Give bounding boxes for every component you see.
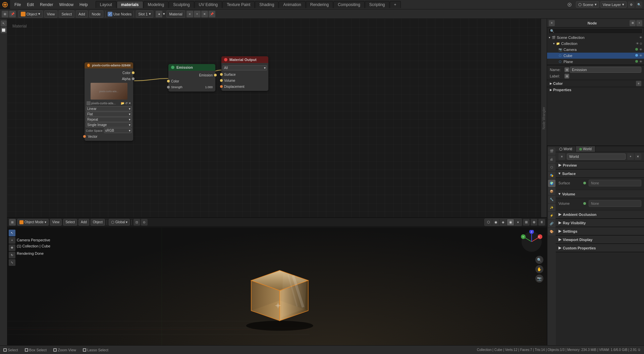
view-layer-selector[interactable]: View Layer ▾ [600, 1, 627, 8]
tab-sculpting[interactable]: Sculpting [169, 1, 194, 8]
node-editor-canvas[interactable]: Material pixels-curtis-adams-3284980.jpg [7, 19, 541, 217]
zoom-in-icon[interactable]: 🔍 [535, 256, 543, 264]
outliner-add-icon[interactable]: + [636, 20, 642, 26]
img-open-icon[interactable]: 📂 [121, 102, 124, 105]
view-btn[interactable]: View [44, 10, 58, 18]
ao-section-title[interactable]: ▶ Ambient Occlusion [556, 211, 644, 219]
engine-settings-icon[interactable]: ⚙ [628, 1, 635, 8]
source-select[interactable]: Single Image ▾ [86, 122, 132, 127]
scale-tool[interactable]: ⤡ [9, 259, 15, 266]
surface-section-title[interactable]: ▾ Surface [556, 170, 644, 178]
constraints-tab[interactable]: 🔗 [548, 220, 555, 227]
search-icon[interactable]: 🔍 [636, 1, 642, 8]
color-menu-icon[interactable]: ≡ [636, 81, 641, 86]
tab-layout[interactable]: Layout [96, 1, 116, 8]
overlay-icon[interactable]: ⊞ [523, 219, 530, 226]
tab-compositing[interactable]: Compositing [333, 1, 365, 8]
material-output-node[interactable]: Material Output All ▾ Surface [221, 56, 268, 91]
select-tool[interactable]: ↖ [9, 230, 15, 236]
rotate-tool[interactable]: ↻ [9, 252, 15, 258]
shading-options-icon[interactable]: ▾ [515, 219, 521, 225]
cube-eye-icon[interactable]: 👁 [639, 54, 642, 57]
tab-materials[interactable]: materials [117, 1, 143, 8]
name-value[interactable]: Emission [570, 67, 641, 73]
object-mode-dropdown[interactable]: Object Mode ▾ [17, 219, 49, 226]
scene-coll-eye-icon[interactable]: 👁 [639, 36, 642, 39]
menu-window[interactable]: Window [56, 2, 76, 8]
tab-add[interactable]: + [390, 1, 401, 8]
wireframe-mode-icon[interactable]: ⬡ [485, 219, 492, 225]
scene-sw-tab[interactable]: World [556, 146, 576, 152]
tab-animation[interactable]: Animation [279, 1, 305, 8]
extension-select[interactable]: Repeat ▾ [86, 117, 132, 122]
vp-view-btn[interactable]: View [50, 219, 62, 226]
preview-section-title[interactable]: ▶ Preview [556, 161, 644, 169]
settings-section-title[interactable]: ▶ Settings [556, 227, 644, 235]
editor-type-icon[interactable]: ⊞ [2, 11, 8, 17]
vp-add-btn[interactable]: Add [78, 219, 89, 226]
ray-section-title[interactable]: ▶ Ray Visibility [556, 219, 644, 227]
viewport-render-pause-icon[interactable]: ⏸ [538, 219, 545, 226]
vp-object-btn[interactable]: Object [91, 219, 105, 226]
collection-eye-icon[interactable]: 👁 [636, 42, 639, 45]
tab-rendering[interactable]: Rendering [306, 1, 333, 8]
tab-texture-paint[interactable]: Texture Paint [222, 1, 255, 8]
editor-pin-icon[interactable]: 📌 [9, 11, 16, 17]
colorspace-select[interactable]: sRGB ▾ [104, 128, 132, 133]
world-sw-tab[interactable]: World [576, 146, 595, 152]
vp-global-btn[interactable]: Global ▾ [109, 219, 130, 226]
surface-none-btn[interactable]: None [589, 180, 641, 186]
interpolation-select[interactable]: Linear ▾ [86, 106, 132, 111]
tab-modeling[interactable]: Modeling [144, 1, 169, 8]
collection-item[interactable]: ▾ 📁 Collection 👁 ⊙ [547, 41, 644, 47]
browse-material-icon[interactable]: ≡ [186, 11, 193, 17]
plane-eye-icon[interactable]: 👁 [639, 60, 642, 63]
collection-restrict-icon[interactable]: ⊙ [640, 42, 642, 45]
world-tab[interactable]: 🌍 [548, 180, 555, 187]
outliner-search-input[interactable] [548, 28, 643, 34]
world-unlink-icon[interactable]: ✕ [635, 153, 641, 160]
cube-item[interactable]: ⬡ Cube 👁 [547, 53, 644, 59]
node-btn[interactable]: Node [89, 10, 103, 18]
world-new-icon[interactable]: + [627, 153, 634, 160]
volume-none-btn[interactable]: None [589, 200, 641, 207]
tab-uv-editing[interactable]: UV Editing [195, 1, 222, 8]
pin-material-icon[interactable]: 📌 [209, 11, 215, 17]
pan-icon[interactable]: ✋ [535, 265, 543, 273]
output-all-select[interactable]: All ▾ [223, 65, 267, 70]
object-tab[interactable]: 📦 [548, 188, 555, 195]
add-btn[interactable]: Add [76, 10, 88, 18]
new-material-icon[interactable]: + [194, 11, 201, 17]
img-icon[interactable] [87, 101, 91, 105]
select-btn[interactable]: Select [59, 10, 74, 18]
move-tool[interactable]: ✥ [9, 244, 15, 251]
outliner-type-icon[interactable]: ≡ [549, 20, 555, 26]
image-texture-node[interactable]: pixels-curtis-adams-3284980.jpg Color Al… [85, 62, 133, 141]
cursor-tool[interactable]: + [9, 237, 15, 244]
camera-item[interactable]: 📷 Camera 👁 [547, 47, 644, 53]
volume-section-title[interactable]: ▾ Volume [556, 190, 644, 198]
material-sphere-icon[interactable]: ● [156, 11, 162, 17]
plane-item[interactable]: ⬡ Plane 👁 [547, 59, 644, 65]
proportional-edit-icon[interactable]: ⊙ [141, 219, 148, 226]
scene-selector[interactable]: Scene ▾ [576, 1, 599, 8]
snap-icon[interactable]: ⊡ [133, 219, 140, 226]
view-layer-tab[interactable]: ⬡ [548, 164, 555, 171]
menu-help[interactable]: Help [77, 2, 91, 8]
world-browse-icon[interactable]: ≡ [558, 153, 565, 160]
unlink-material-icon[interactable]: ✕ [201, 11, 208, 17]
camera-eye-icon[interactable]: 👁 [639, 48, 642, 51]
material-selector[interactable]: Material [166, 10, 185, 18]
custom-props-title[interactable]: ▶ Custom Properties [556, 244, 644, 252]
select-tool-icon[interactable]: ↖ [1, 20, 7, 26]
tab-shading[interactable]: Shading [255, 1, 278, 8]
rendered-mode-icon[interactable]: ◉ [507, 219, 514, 225]
menu-edit[interactable]: Edit [24, 2, 37, 8]
color-expand-btn[interactable]: ▶ Color [550, 81, 563, 85]
output-tab[interactable]: 🖨 [548, 156, 555, 163]
render-tab[interactable]: 🎬 [548, 148, 555, 155]
viewport-display-title[interactable]: ▶ Viewport Display [556, 236, 644, 244]
physics-tab[interactable]: ⚡ [548, 212, 555, 219]
object-mode-btn[interactable]: Object ▾ [18, 10, 43, 18]
emission-node[interactable]: Emission Emission Color [168, 64, 215, 92]
